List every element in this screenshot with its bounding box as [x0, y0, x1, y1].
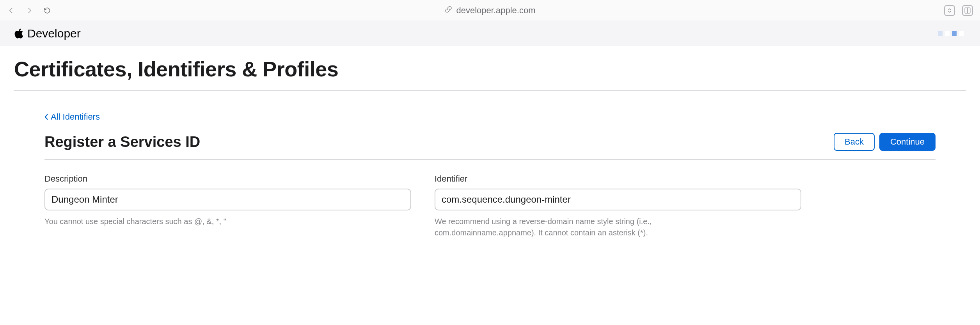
description-label: Description [44, 174, 411, 184]
account-area[interactable] [938, 31, 966, 36]
identifier-hint: We recommend using a reverse-domain name… [435, 216, 739, 238]
address-bar[interactable]: developer.apple.com [444, 5, 535, 16]
browser-toolbar: developer.apple.com [0, 0, 980, 21]
browser-reload-button[interactable] [43, 6, 51, 15]
link-icon [444, 5, 452, 16]
browser-forward-button[interactable] [25, 6, 34, 15]
brand-text: Developer [27, 27, 81, 40]
back-to-identifiers-link[interactable]: All Identifiers [44, 112, 100, 122]
sidebar-toggle-button[interactable] [962, 5, 973, 16]
form-divider [44, 159, 936, 160]
description-hint: You cannot use special characters such a… [44, 216, 349, 227]
brand-link[interactable]: Developer [14, 27, 81, 40]
description-field-group: Description You cannot use special chara… [44, 174, 411, 238]
extensions-button[interactable] [944, 5, 955, 16]
continue-button[interactable]: Continue [879, 133, 936, 151]
description-input[interactable] [44, 189, 411, 210]
page-title-section: Certificates, Identifiers & Profiles [0, 46, 980, 87]
developer-header: Developer [0, 21, 980, 46]
back-link-label: All Identifiers [51, 112, 100, 122]
identifier-label: Identifier [435, 174, 801, 184]
page-title: Certificates, Identifiers & Profiles [14, 57, 966, 81]
apple-logo-icon [14, 28, 24, 39]
identifier-field-group: Identifier We recommend using a reverse-… [435, 174, 801, 238]
identifier-input[interactable] [435, 189, 801, 210]
form-heading: Register a Services ID [44, 134, 200, 150]
browser-back-button[interactable] [7, 6, 16, 15]
back-button[interactable]: Back [834, 133, 875, 151]
address-url: developer.apple.com [456, 5, 535, 16]
